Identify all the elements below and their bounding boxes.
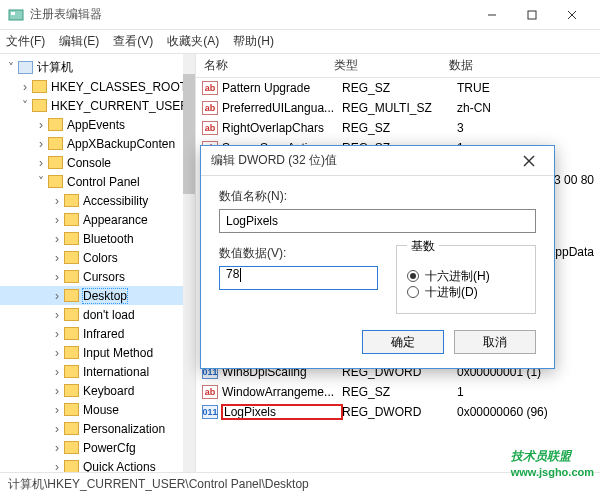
radio-dot-icon <box>407 286 419 298</box>
ok-button[interactable]: 确定 <box>362 330 444 354</box>
menu-fav[interactable]: 收藏夹(A) <box>167 33 219 50</box>
registry-row[interactable]: abPattern UpgradeREG_SZTRUE <box>196 78 600 98</box>
dialog-title: 编辑 DWORD (32 位)值 <box>211 152 514 169</box>
text-cursor <box>240 268 241 282</box>
titlebar: 注册表编辑器 <box>0 0 600 30</box>
list-header: 名称 类型 数据 <box>196 54 600 78</box>
string-icon: ab <box>202 121 218 135</box>
data-input[interactable]: 78 <box>219 266 378 290</box>
tree-item-appearance[interactable]: ›Appearance <box>0 210 195 229</box>
dword-icon: 011 <box>202 405 218 419</box>
menu-help[interactable]: 帮助(H) <box>233 33 274 50</box>
tree-item-international[interactable]: ›International <box>0 362 195 381</box>
tree-item-infrared[interactable]: ›Infrared <box>0 324 195 343</box>
tree-scroll-thumb[interactable] <box>183 74 195 194</box>
tree-hkcr[interactable]: ›HKEY_CLASSES_ROOT <box>0 77 195 96</box>
tree-item[interactable]: ›Console <box>0 153 195 172</box>
minimize-button[interactable] <box>472 1 512 29</box>
radio-dec[interactable]: 十进制(D) <box>407 281 525 303</box>
tree-item-bluetooth[interactable]: ›Bluetooth <box>0 229 195 248</box>
tree-item-mouse[interactable]: ›Mouse <box>0 400 195 419</box>
tree-item[interactable]: ›AppEvents <box>0 115 195 134</box>
tree-hkcu[interactable]: ˅HKEY_CURRENT_USER <box>0 96 195 115</box>
registry-row[interactable]: abWindowArrangeme...REG_SZ1 <box>196 382 600 402</box>
tree-item-colors[interactable]: ›Colors <box>0 248 195 267</box>
tree-item-cursors[interactable]: ›Cursors <box>0 267 195 286</box>
col-type[interactable]: 类型 <box>326 57 441 74</box>
tree-control-panel[interactable]: ˅Control Panel <box>0 172 195 191</box>
tree-item-personalization[interactable]: ›Personalization <box>0 419 195 438</box>
svg-rect-3 <box>528 11 536 19</box>
app-icon <box>8 7 24 23</box>
registry-row[interactable]: abRightOverlapCharsREG_SZ3 <box>196 118 600 138</box>
svg-rect-1 <box>11 12 15 15</box>
registry-row[interactable]: abPreferredUILangua...REG_MULTI_SZzh-CN <box>196 98 600 118</box>
menu-edit[interactable]: 编辑(E) <box>59 33 99 50</box>
cancel-button[interactable]: 取消 <box>454 330 536 354</box>
tree-item-accessibility[interactable]: ›Accessibility <box>0 191 195 210</box>
registry-row[interactable]: 011LogPixelsREG_DWORD0x00000060 (96) <box>196 402 600 422</box>
edit-dword-dialog: 编辑 DWORD (32 位)值 数值名称(N): 数值数据(V): 78 基数… <box>200 145 555 369</box>
col-name[interactable]: 名称 <box>196 57 326 74</box>
tree-root[interactable]: ˅计算机 <box>0 58 195 77</box>
string-icon: ab <box>202 385 218 399</box>
string-icon: ab <box>202 81 218 95</box>
string-icon: ab <box>202 101 218 115</box>
close-button[interactable] <box>552 1 592 29</box>
tree-item-quick-actions[interactable]: ›Quick Actions <box>0 457 195 472</box>
window-title: 注册表编辑器 <box>30 6 472 23</box>
menubar: 文件(F) 编辑(E) 查看(V) 收藏夹(A) 帮助(H) <box>0 30 600 54</box>
name-input[interactable] <box>219 209 536 233</box>
dialog-close-button[interactable] <box>514 147 544 175</box>
tree-item-don-t-load[interactable]: ›don't load <box>0 305 195 324</box>
base-legend: 基数 <box>407 238 439 255</box>
maximize-button[interactable] <box>512 1 552 29</box>
tree-item-input-method[interactable]: ›Input Method <box>0 343 195 362</box>
name-label: 数值名称(N): <box>219 188 536 205</box>
data-label: 数值数据(V): <box>219 245 378 262</box>
tree-pane[interactable]: ˅计算机 ›HKEY_CLASSES_ROOT ˅HKEY_CURRENT_US… <box>0 54 196 472</box>
radio-dot-icon <box>407 270 419 282</box>
statusbar: 计算机\HKEY_CURRENT_USER\Control Panel\Desk… <box>0 472 600 494</box>
tree-item-desktop[interactable]: ›Desktop <box>0 286 195 305</box>
tree-scrollbar[interactable] <box>183 54 195 472</box>
tree-item-powercfg[interactable]: ›PowerCfg <box>0 438 195 457</box>
menu-file[interactable]: 文件(F) <box>6 33 45 50</box>
base-fieldset: 基数 十六进制(H) 十进制(D) <box>396 245 536 314</box>
menu-view[interactable]: 查看(V) <box>113 33 153 50</box>
tree-item-keyboard[interactable]: ›Keyboard <box>0 381 195 400</box>
col-data[interactable]: 数据 <box>441 57 600 74</box>
tree-item[interactable]: ›AppXBackupConten <box>0 134 195 153</box>
